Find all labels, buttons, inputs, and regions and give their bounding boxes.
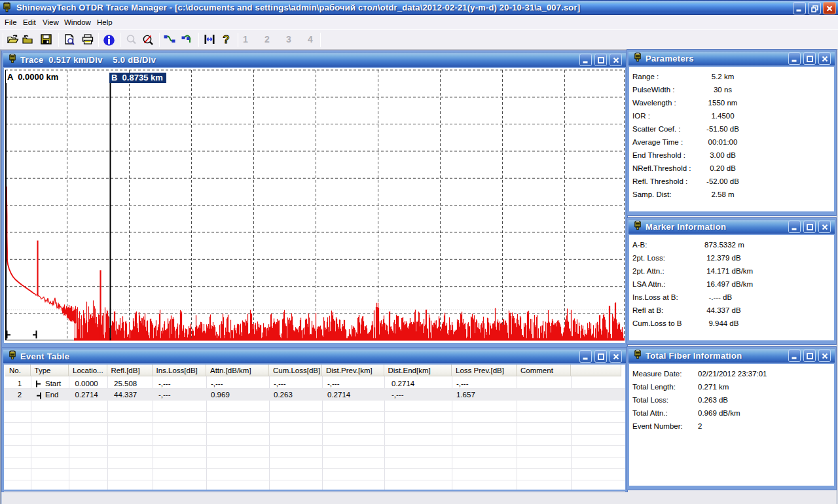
svg-text:?: ? <box>223 34 229 45</box>
